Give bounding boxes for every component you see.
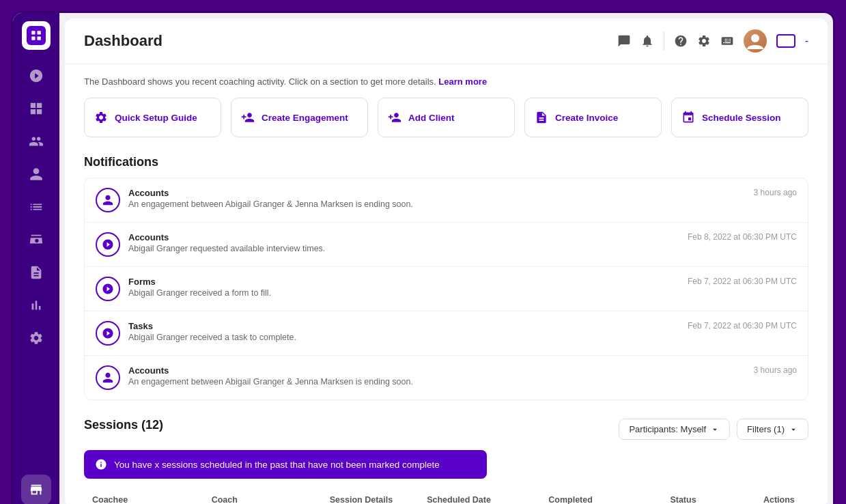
settings-header-icon[interactable] xyxy=(697,34,711,48)
col-status: Status xyxy=(662,490,755,504)
notifications-icon[interactable] xyxy=(640,34,654,48)
sessions-table: Coachee Coach Session Details Scheduled … xyxy=(84,490,808,504)
quick-actions: Quick Setup Guide Create Engagement Add … xyxy=(84,98,808,137)
create-invoice-button[interactable]: Create Invoice xyxy=(524,98,662,137)
col-completed: Completed xyxy=(540,490,662,504)
window-controls[interactable]: - xyxy=(805,35,808,47)
filters-button[interactable]: Filters (1) xyxy=(737,419,808,440)
sidebar-item-documents[interactable] xyxy=(21,257,51,288)
notification-body-1: Accounts An engagement between Abigail G… xyxy=(128,188,746,209)
notifications-list: Accounts An engagement between Abigail G… xyxy=(84,178,808,400)
documents-icon xyxy=(29,265,44,280)
notification-body-3: Forms Abigail Granger received a form to… xyxy=(128,277,679,298)
sidebar-item-dashboard[interactable] xyxy=(21,94,51,124)
notification-icon-2 xyxy=(96,232,120,257)
col-session-details: Session Details xyxy=(322,490,419,504)
learn-more-link[interactable]: Learn more xyxy=(438,76,487,87)
settings-icon xyxy=(29,331,44,346)
storefront-icon xyxy=(29,482,44,497)
sidebar xyxy=(13,13,59,504)
notification-item: Accounts An engagement between Abigail G… xyxy=(85,356,808,400)
svg-rect-0 xyxy=(31,31,35,34)
sidebar-item-activity[interactable] xyxy=(21,61,51,91)
col-actions: Actions xyxy=(755,490,808,504)
participants-filter[interactable]: Participants: Myself xyxy=(619,419,730,440)
info-bar: The Dashboard shows you recent coaching … xyxy=(84,76,808,87)
header-divider xyxy=(664,31,664,51)
person-plus-icon xyxy=(388,111,401,124)
main-content: Dashboard xyxy=(65,18,828,504)
info-icon xyxy=(95,458,107,471)
header-actions: - xyxy=(617,29,808,53)
logo-icon xyxy=(30,29,42,42)
add-client-button[interactable]: Add Client xyxy=(378,98,515,137)
alert-banner: You have x sessions scheduled in the pas… xyxy=(84,450,487,479)
col-scheduled-date: Scheduled Date xyxy=(419,490,540,504)
col-coachee: Coachee xyxy=(84,490,203,504)
sidebar-item-storefront[interactable] xyxy=(21,475,51,504)
activity-icon xyxy=(29,68,44,83)
document-icon xyxy=(535,111,548,124)
page-title: Dashboard xyxy=(84,32,163,50)
analytics-icon xyxy=(29,199,44,214)
avatar-image xyxy=(744,29,767,53)
notification-icon-3 xyxy=(96,277,120,301)
sidebar-item-profile[interactable] xyxy=(21,159,51,189)
notification-item: Tasks Abigail Granger received a task to… xyxy=(85,311,808,356)
notification-icon-5 xyxy=(96,365,120,390)
sessions-title: Sessions (12) xyxy=(84,418,163,432)
notification-item: Accounts An engagement between Abigail G… xyxy=(85,178,808,223)
notification-item: Accounts Abigail Granger requested avail… xyxy=(85,223,808,267)
notification-body-4: Tasks Abigail Granger received a task to… xyxy=(128,321,679,342)
sidebar-item-analytics[interactable] xyxy=(21,192,51,222)
notification-icon-1 xyxy=(96,188,120,212)
gear-icon xyxy=(94,111,108,124)
svg-point-4 xyxy=(751,34,759,42)
header: Dashboard xyxy=(65,18,828,64)
window-button[interactable] xyxy=(776,34,795,48)
sidebar-item-settings[interactable] xyxy=(21,323,51,353)
avatar[interactable] xyxy=(744,29,767,53)
chat-icon[interactable] xyxy=(617,34,631,48)
dashboard-icon xyxy=(29,101,44,116)
sidebar-item-shop[interactable] xyxy=(21,225,51,255)
keyboard-icon[interactable] xyxy=(720,34,734,48)
col-coach: Coach xyxy=(203,490,322,504)
svg-rect-2 xyxy=(31,37,35,40)
filter-controls: Participants: Myself Filters (1) xyxy=(619,419,808,440)
schedule-session-button[interactable]: Schedule Session xyxy=(671,98,808,137)
sidebar-item-people[interactable] xyxy=(21,126,51,156)
notification-body-2: Accounts Abigail Granger requested avail… xyxy=(128,232,679,253)
profile-icon xyxy=(29,167,44,182)
content-area: The Dashboard shows you recent coaching … xyxy=(65,64,828,504)
calendar-icon xyxy=(681,111,695,124)
help-icon[interactable] xyxy=(674,34,688,48)
reports-icon xyxy=(29,298,44,313)
chevron-down-icon-2 xyxy=(789,425,798,434)
quick-setup-button[interactable]: Quick Setup Guide xyxy=(84,98,221,137)
people-icon xyxy=(29,134,44,149)
app-logo[interactable] xyxy=(22,21,51,50)
create-engagement-button[interactable]: Create Engagement xyxy=(231,98,368,137)
notification-body-5: Accounts An engagement between Abigail G… xyxy=(128,365,746,387)
notifications-title: Notifications xyxy=(84,155,808,169)
shop-icon xyxy=(29,232,44,247)
notification-icon-4 xyxy=(96,321,120,346)
person-add-icon xyxy=(241,111,255,124)
sidebar-item-reports[interactable] xyxy=(21,290,51,320)
chevron-down-icon xyxy=(710,425,720,434)
svg-rect-3 xyxy=(38,37,41,40)
svg-rect-1 xyxy=(38,31,41,34)
sessions-header: Sessions (12) Participants: Myself Filte… xyxy=(84,418,808,440)
notification-item: Forms Abigail Granger received a form to… xyxy=(85,267,808,311)
